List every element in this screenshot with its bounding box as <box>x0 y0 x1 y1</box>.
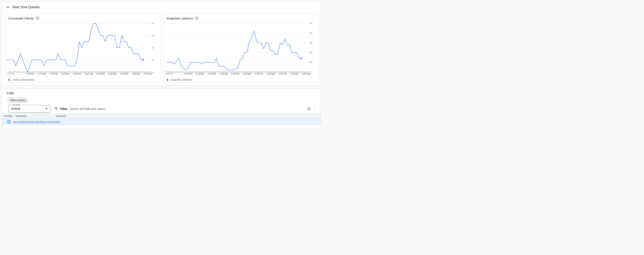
column-header-timestamp: Timestamp <box>15 114 26 118</box>
svg-text:4: 4 <box>152 71 153 73</box>
svg-text:9:10 AM: 9:10 AM <box>38 72 46 75</box>
section-header: Real Time Queries <box>6 5 40 9</box>
legend-label: Active Connections <box>12 78 34 81</box>
svg-text:?: ? <box>308 108 310 110</box>
svg-text:?: ? <box>37 17 38 20</box>
svg-text:9:30 AM: 9:30 AM <box>84 72 93 75</box>
collapse-section-button[interactable] <box>6 5 10 9</box>
svg-text:UTC-8: UTC-8 <box>166 72 172 75</box>
svg-text:9:20 AM: 9:20 AM <box>219 72 228 75</box>
svg-text:9:25 AM: 9:25 AM <box>73 72 81 75</box>
svg-text:9:55 AM: 9:55 AM <box>144 72 152 75</box>
filter-label: Filter <box>60 107 67 110</box>
svg-text:9:15 AM: 9:15 AM <box>208 72 216 75</box>
svg-text:9:40 AM: 9:40 AM <box>266 72 275 75</box>
svg-text:9:15 AM: 9:15 AM <box>49 72 58 75</box>
filter-bar: Filter <box>54 105 298 112</box>
svg-text:25: 25 <box>310 32 312 34</box>
log-table-header: Severity Timestamp Summary <box>2 113 321 119</box>
logs-title: Logs <box>7 91 14 95</box>
svg-text:9:55 AM: 9:55 AM <box>302 72 310 75</box>
svg-text:9:50 AM: 9:50 AM <box>290 72 298 75</box>
snapshot-listeners-chart-card: Snapshot Listeners ? 510152025309:05 AM9… <box>164 14 320 82</box>
svg-text:10: 10 <box>152 34 154 37</box>
column-separator <box>13 114 14 118</box>
show-query-button[interactable]: Show query <box>7 97 28 103</box>
severity-select-value: Default <box>11 105 20 112</box>
snapshot-listeners-chart-plot[interactable]: 510152025309:05 AM9:10 AM9:15 AM9:20 AM9… <box>164 21 320 79</box>
svg-text:6: 6 <box>152 59 153 61</box>
column-header-severity: Severity <box>4 114 12 118</box>
chart-title: Connected Clients <box>8 16 34 20</box>
svg-text:9:45 AM: 9:45 AM <box>120 72 128 75</box>
svg-text:9:05 AM: 9:05 AM <box>184 72 192 75</box>
svg-text:15: 15 <box>310 51 312 54</box>
svg-text:?: ? <box>196 17 198 20</box>
filter-search-input[interactable] <box>70 107 298 111</box>
chart-title: Snapshot Listeners <box>166 16 193 20</box>
svg-text:9:05 AM: 9:05 AM <box>26 72 34 75</box>
svg-text:9:50 AM: 9:50 AM <box>132 72 140 75</box>
column-header-summary: Summary <box>56 114 66 118</box>
help-icon[interactable]: ? <box>307 107 311 111</box>
divider <box>314 104 314 112</box>
svg-text:10: 10 <box>310 61 312 64</box>
info-icon <box>7 120 11 124</box>
svg-text:UTC-8: UTC-8 <box>8 72 14 75</box>
connected-clients-chart-plot[interactable]: 46810129:05 AM9:10 AM9:15 AM9:20 AM9:25 … <box>5 21 161 79</box>
empty-state-row: No entries found matching current filter… <box>2 119 321 125</box>
connected-clients-chart-card: Connected Clients ? 46810129:05 AM9:10 A… <box>5 14 161 82</box>
realtime-queries-section: Real Time Queries Connected Clients ? 46… <box>2 2 321 86</box>
svg-text:9:35 AM: 9:35 AM <box>96 72 104 75</box>
svg-text:20: 20 <box>310 42 312 44</box>
legend-dot <box>166 79 168 81</box>
section-title: Real Time Queries <box>12 5 40 9</box>
chevron-up-icon <box>6 6 10 8</box>
severity-select[interactable]: Severity Default <box>8 105 50 112</box>
dropdown-arrow-icon <box>46 108 48 109</box>
help-icon[interactable]: ? <box>36 16 39 20</box>
chart-legend: Active Connections <box>8 78 34 81</box>
svg-text:9:45 AM: 9:45 AM <box>278 72 286 75</box>
svg-text:9:25 AM: 9:25 AM <box>231 72 239 75</box>
svg-text:5: 5 <box>310 71 312 73</box>
svg-text:9:35 AM: 9:35 AM <box>254 72 263 75</box>
svg-text:8: 8 <box>152 46 153 49</box>
svg-text:9:10 AM: 9:10 AM <box>196 72 204 75</box>
legend-label: snapshot_listeners <box>170 78 192 81</box>
svg-text:9:40 AM: 9:40 AM <box>108 72 116 75</box>
svg-text:12: 12 <box>152 22 154 24</box>
filter-icon <box>54 107 58 111</box>
help-icon[interactable]: ? <box>195 16 198 20</box>
legend-dot <box>8 79 10 81</box>
svg-text:9:30 AM: 9:30 AM <box>243 72 251 75</box>
logs-section: Logs Show query Severity Default Filter … <box>2 88 321 128</box>
chart-legend: snapshot_listeners <box>166 78 192 81</box>
svg-text:9:20 AM: 9:20 AM <box>61 72 69 75</box>
empty-state-message: No entries found matching current filter… <box>14 120 61 124</box>
svg-text:30: 30 <box>310 22 312 24</box>
